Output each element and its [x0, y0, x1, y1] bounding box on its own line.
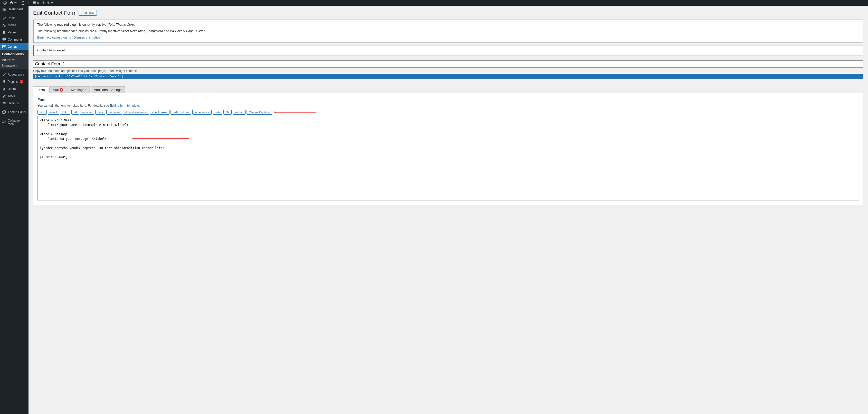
media-label: Media — [8, 23, 16, 27]
tag-yandex-captcha[interactable]: Yandex Captcha — [247, 110, 272, 115]
home-icon — [10, 1, 13, 5]
notice2-plugin-1: Slider Revolution — [121, 29, 145, 33]
sidebar-item-dashboard[interactable]: Dashboard — [0, 6, 29, 13]
dismiss-notice-link[interactable]: Dismiss this notice — [74, 36, 100, 39]
sidebar-item-plugins[interactable]: Plugins 7 — [0, 78, 29, 85]
comments-link[interactable]: 0 — [31, 1, 40, 5]
tag-dropdown[interactable]: drop-down menu — [123, 110, 149, 115]
tools-label: Tools — [8, 94, 15, 98]
sidebar-item-posts[interactable]: Posts — [0, 14, 29, 22]
sidebar-item-media[interactable]: Media — [0, 22, 29, 29]
editing-template-link[interactable]: Editing form template — [110, 104, 139, 108]
dashboard-label: Dashboard — [8, 7, 23, 11]
page-icon — [2, 30, 6, 34]
tag-file[interactable]: file — [223, 110, 231, 115]
tag-checkboxes[interactable]: checkboxes — [150, 110, 169, 115]
notice1-plugin: Total Theme Core — [108, 23, 134, 27]
notice2-and: and — [163, 29, 170, 33]
wordpress-icon — [3, 1, 7, 5]
tab-mail[interactable]: Mail! — [49, 86, 67, 93]
theme-panel-label: Theme Panel — [8, 110, 26, 114]
form-template-textarea[interactable] — [37, 116, 859, 201]
tag-acceptance[interactable]: acceptance — [192, 110, 211, 115]
new-content-link[interactable]: New — [40, 1, 54, 5]
svg-point-2 — [3, 121, 6, 124]
tag-radio[interactable]: radio buttons — [170, 110, 192, 115]
sub-contact-forms[interactable]: Contact Forms — [0, 51, 29, 57]
shortcode-help-text: Copy this shortcode and paste it into yo… — [33, 69, 863, 73]
sliders-icon — [2, 101, 6, 106]
form-desc-end: . — [139, 104, 140, 108]
tag-text[interactable]: text — [37, 110, 47, 115]
tag-email[interactable]: email — [48, 110, 59, 115]
contact-label: Contact — [8, 45, 18, 49]
sidebar-item-pages[interactable]: Pages — [0, 29, 29, 36]
tab-additional[interactable]: Additional Settings — [91, 86, 125, 93]
sidebar-item-contact[interactable]: Contact — [0, 43, 29, 50]
site-name-label: wp — [14, 1, 18, 5]
plugin-notice: The following required plugin is current… — [33, 20, 863, 43]
sub-integration[interactable]: Integration — [0, 63, 29, 68]
form-panel: Form You can edit the form template here… — [33, 93, 863, 205]
page-title: Edit Contact Form — [33, 10, 76, 16]
svg-point-1 — [4, 88, 5, 89]
form-desc-a: You can edit the form template here. For… — [37, 104, 110, 108]
tag-number[interactable]: number — [80, 110, 94, 115]
contact-submenu: Contact Forms Add New Integration — [0, 50, 29, 69]
comments-label: Comments — [8, 38, 23, 41]
updates-count: 14 — [26, 1, 29, 5]
sidebar-item-appearance[interactable]: Appearance — [0, 71, 29, 78]
wp-logo[interactable] — [2, 1, 8, 5]
notice-pipe: | — [71, 36, 73, 39]
brush-icon — [2, 72, 6, 77]
collapse-label: Collapse menu — [8, 119, 26, 126]
posts-label: Posts — [8, 16, 16, 20]
svg-point-0 — [3, 24, 4, 25]
tag-url[interactable]: URL — [60, 110, 70, 115]
pin-icon — [2, 16, 6, 20]
notice2-plugin-2: Templatera — [147, 29, 163, 33]
sidebar-item-settings[interactable]: Settings — [0, 100, 29, 107]
form-title-input[interactable] — [33, 60, 863, 67]
pages-label: Pages — [8, 31, 17, 34]
tab-form[interactable]: Form — [33, 86, 48, 93]
tag-quiz[interactable]: quiz — [213, 110, 222, 115]
media-icon — [2, 23, 6, 27]
tag-date[interactable]: date — [95, 110, 105, 115]
tag-submit[interactable]: submit — [232, 110, 246, 115]
sidebar-item-theme-panel[interactable]: Theme Panel — [0, 109, 29, 116]
annotation-arrow-1 — [275, 111, 316, 114]
users-label: Users — [8, 87, 16, 91]
admin-bar: wp 14 0 New — [0, 0, 868, 6]
tab-messages-label: Messages — [71, 88, 86, 92]
tag-textarea[interactable]: text area — [106, 110, 122, 115]
site-name[interactable]: wp — [8, 1, 20, 5]
add-new-button[interactable]: Add New — [79, 10, 97, 16]
sidebar-item-users[interactable]: Users — [0, 85, 29, 92]
sidebar-item-comments[interactable]: Comments — [0, 36, 29, 43]
form-tabs: Form Mail! Messages Additional Settings — [33, 86, 863, 93]
main-content: Edit Contact Form Add New The following … — [29, 6, 868, 414]
mail-icon — [2, 45, 6, 49]
appearance-label: Appearance — [8, 73, 24, 76]
updates-link[interactable]: 14 — [20, 1, 31, 5]
sidebar-item-tools[interactable]: Tools — [0, 92, 29, 100]
plugin-update-badge: 7 — [20, 80, 23, 84]
plus-icon — [42, 1, 45, 5]
sub-add-new[interactable]: Add New — [0, 57, 29, 63]
comment-icon — [2, 37, 6, 41]
gear-icon — [2, 110, 6, 114]
tag-generator-row: text email URL tel number date text area… — [37, 110, 859, 115]
shortcode-display[interactable]: [contact-form-7 id="5a7ce42" title="Cont… — [33, 74, 863, 79]
saved-notice: Contact form saved. — [33, 45, 863, 56]
saved-text: Contact form saved. — [37, 49, 66, 52]
tab-messages[interactable]: Messages — [67, 86, 89, 93]
collapse-menu[interactable]: Collapse menu — [0, 117, 29, 127]
plug-icon — [2, 80, 6, 84]
activate-plugins-link[interactable]: Begin activating plugins — [37, 36, 71, 39]
tag-tel[interactable]: tel — [71, 110, 79, 115]
tab-form-label: Form — [36, 88, 45, 92]
collapse-icon — [2, 120, 6, 124]
user-icon — [2, 87, 6, 91]
notice2-plugin-3: WPBakery Page Builder — [170, 29, 205, 33]
